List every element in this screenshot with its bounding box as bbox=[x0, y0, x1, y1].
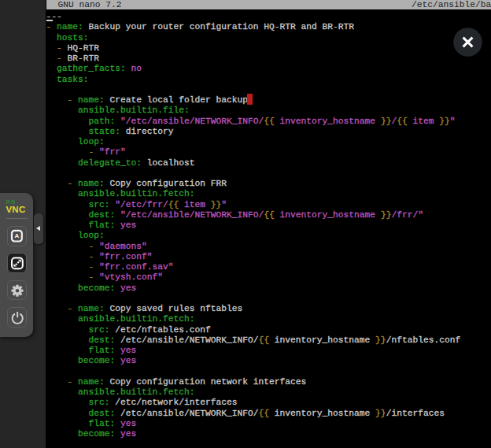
svg-text:A: A bbox=[14, 232, 19, 239]
